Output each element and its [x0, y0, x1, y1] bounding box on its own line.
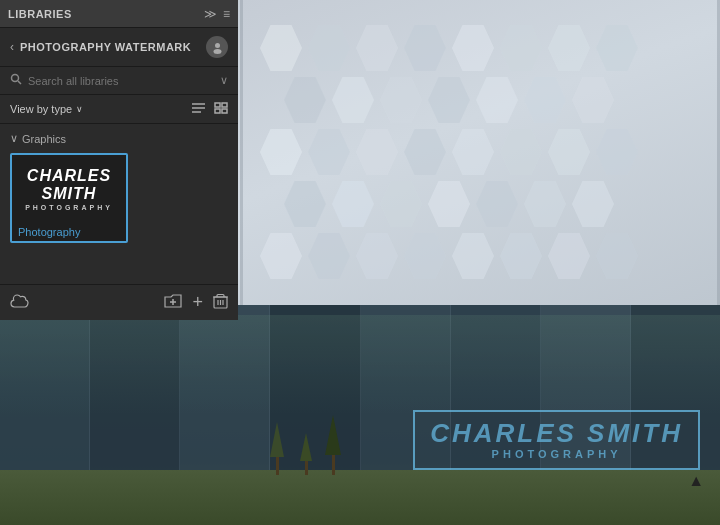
- svg-point-1: [213, 49, 221, 54]
- graphic-card-photography[interactable]: CHARLES SMITH PHOTOGRAPHY Photography: [10, 153, 128, 243]
- cloud-sync-icon[interactable]: [10, 294, 30, 312]
- svg-rect-10: [222, 109, 227, 113]
- section-title-text: Graphics: [22, 133, 66, 145]
- preview-sub: PHOTOGRAPHY: [25, 204, 113, 211]
- svg-rect-9: [215, 109, 220, 113]
- preview-name-line2: SMITH: [42, 185, 97, 203]
- preview-name-line1: CHARLES: [27, 167, 111, 185]
- graphics-section: ∨ Graphics CHARLES SMITH PHOTOGRAPHY Pho…: [0, 124, 238, 247]
- tree-3: [325, 415, 341, 475]
- tree-1: [270, 422, 284, 475]
- photo-watermark: CHARLES SMITH PHOTOGRAPHY: [413, 410, 700, 470]
- svg-point-2: [12, 75, 19, 82]
- back-chevron-icon[interactable]: ‹: [10, 40, 14, 54]
- svg-rect-7: [215, 103, 220, 107]
- view-chevron-icon: ∨: [76, 104, 83, 114]
- view-label-text: View by type: [10, 103, 72, 115]
- panel-header-icons: ≫ ≡: [204, 7, 230, 21]
- library-name-row[interactable]: ‹ PHOTOGRAPHY WATERMARK: [0, 28, 238, 67]
- add-folder-button[interactable]: [164, 294, 182, 312]
- library-name-text: PHOTOGRAPHY WATERMARK: [20, 41, 200, 53]
- panel-title-text: Libraries: [8, 8, 72, 20]
- cursor-icon: ▲: [688, 473, 704, 489]
- delete-item-button[interactable]: [213, 293, 228, 312]
- watermark-name-text: CHARLES SMITH: [430, 420, 683, 446]
- search-input[interactable]: [28, 75, 214, 87]
- panel-header: Libraries ≫ ≡: [0, 0, 238, 28]
- panel-chevron-icon[interactable]: ≫: [204, 7, 217, 21]
- svg-line-3: [18, 81, 21, 84]
- hex-grid: [260, 15, 700, 320]
- toolbar-right: +: [164, 292, 228, 313]
- svg-rect-8: [222, 103, 227, 107]
- graphic-card-preview: CHARLES SMITH PHOTOGRAPHY: [12, 155, 126, 223]
- watermark-sub-text: PHOTOGRAPHY: [430, 448, 683, 460]
- graphics-section-label: ∨ Graphics: [10, 132, 228, 145]
- section-chevron-icon: ∨: [10, 132, 18, 145]
- add-item-button[interactable]: +: [192, 292, 203, 313]
- view-label[interactable]: View by type ∨: [10, 103, 83, 115]
- grid-view-icon[interactable]: [214, 101, 228, 117]
- view-by-type-row: View by type ∨: [0, 95, 238, 124]
- graphic-card-label-text: Photography: [12, 223, 126, 241]
- sort-view-icon[interactable]: [191, 101, 206, 117]
- tree-2: [300, 433, 312, 475]
- svg-point-0: [215, 43, 220, 48]
- search-row: ∨: [0, 67, 238, 95]
- panel-menu-icon[interactable]: ≡: [223, 7, 230, 21]
- view-icons: [191, 101, 228, 117]
- user-avatar[interactable]: [206, 36, 228, 58]
- search-icon: [10, 73, 22, 88]
- ground: [0, 470, 720, 525]
- libraries-panel: Libraries ≫ ≡ ‹ PHOTOGRAPHY WATERMARK ∨: [0, 0, 238, 320]
- search-chevron-icon[interactable]: ∨: [220, 74, 228, 87]
- panel-bottom-toolbar: +: [0, 284, 238, 320]
- toolbar-left: [10, 294, 30, 312]
- building-facade: [240, 0, 720, 330]
